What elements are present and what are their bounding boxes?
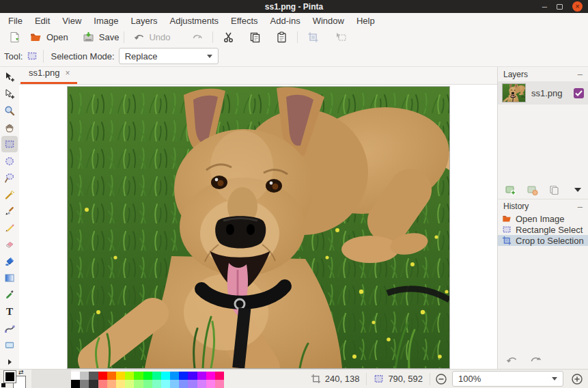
redo-button[interactable] [186,30,208,44]
swap-colors-icon[interactable]: ⇄ [18,369,24,376]
menu-add-ins[interactable]: Add-ins [264,14,307,27]
color-selector[interactable]: ⇄ [0,370,31,388]
history-item-rectangle-select[interactable]: Rectangle Select [498,224,588,235]
history-undo-icon[interactable] [506,354,518,365]
tool-lasso-select[interactable] [1,169,18,186]
palette-swatch[interactable] [71,380,80,388]
tool-pencil[interactable] [1,220,18,236]
open-button[interactable] [25,30,46,44]
close-icon[interactable]: × [572,1,583,12]
palette-swatch[interactable] [215,372,224,380]
palette-swatch[interactable] [71,372,80,380]
palette-swatch[interactable] [80,380,89,388]
history-minimize-icon[interactable]: – [578,202,583,212]
foreground-color-swatch[interactable] [3,370,16,383]
layer-visibility-checkbox[interactable] [574,88,584,98]
palette-swatch[interactable] [188,372,197,380]
layer-menu-dropdown-icon[interactable] [574,188,581,192]
tool-line-curve[interactable] [1,320,18,337]
deselect-all-button[interactable] [331,30,352,44]
open-label[interactable]: Open [46,32,68,42]
palette-swatch[interactable] [206,372,215,380]
palette-swatch[interactable] [89,380,98,388]
tab-close-icon[interactable]: × [66,68,70,78]
tool-color-picker[interactable] [1,287,18,303]
palette-swatch[interactable] [170,380,179,388]
palette-swatch[interactable] [152,372,161,380]
palette-swatch[interactable] [179,380,188,388]
palette-swatch[interactable] [143,372,152,380]
more-tools-button[interactable] [1,354,18,370]
tool-move-selection[interactable] [1,69,18,85]
menu-help[interactable]: Help [350,14,381,27]
palette-swatch[interactable] [134,372,143,380]
zoom-out-button[interactable] [434,372,448,386]
palette-swatch[interactable] [161,380,170,388]
tool-move-selected-pixels[interactable] [1,86,18,102]
layers-minimize-icon[interactable]: – [578,69,583,79]
tool-magic-wand[interactable] [1,186,18,203]
cut-button[interactable] [218,30,239,44]
palette-swatch[interactable] [179,372,188,380]
palette-swatch[interactable] [107,372,116,380]
palette-swatch[interactable] [197,380,206,388]
tool-eraser[interactable] [1,236,18,253]
palette-swatch[interactable] [89,372,98,380]
history-item-open-image[interactable]: Open Image [498,213,588,224]
zoom-in-button[interactable] [570,372,584,386]
copy-button[interactable] [244,30,266,44]
menu-view[interactable]: View [56,14,87,27]
history-item-crop-to-selection[interactable]: Crop to Selection [498,235,588,246]
menu-adjustments[interactable]: Adjustments [163,14,225,27]
crop-to-selection-button[interactable] [303,30,324,44]
palette-swatch[interactable] [98,380,107,388]
palette-swatch[interactable] [215,380,224,388]
palette-swatch[interactable] [152,380,161,388]
save-label[interactable]: Save [99,32,120,42]
palette-swatch[interactable] [116,380,125,388]
tool-paint-bucket[interactable] [1,253,18,270]
tool-paintbrush[interactable] [1,203,18,219]
tool-pan[interactable] [1,120,18,136]
palette-swatch[interactable] [134,380,143,388]
menu-image[interactable]: Image [87,14,124,27]
layer-row[interactable]: ss1.png [498,81,588,105]
palette-swatch[interactable] [125,372,134,380]
tool-text[interactable]: T [1,303,18,320]
palette-swatch[interactable] [98,372,107,380]
paste-button[interactable] [271,30,292,44]
canvas-image[interactable] [67,86,450,369]
selection-mode-dropdown[interactable]: Replace [119,48,219,64]
tool-gradient[interactable] [1,270,18,286]
tool-zoom[interactable] [1,102,18,119]
minimize-icon[interactable]: – [542,3,547,10]
tool-rectangle-select[interactable] [1,136,18,152]
menu-edit[interactable]: Edit [29,14,56,27]
palette-swatch[interactable] [107,380,116,388]
tab-ss1-png[interactable]: ss1.png × [20,66,77,84]
palette-swatch[interactable] [197,372,206,380]
tool-ellipse-select[interactable] [1,153,18,169]
palette-swatch[interactable] [161,372,170,380]
maximize-icon[interactable] [557,4,563,10]
delete-layer-icon[interactable] [527,184,538,196]
history-redo-icon[interactable] [529,354,542,365]
undo-button[interactable]: Undo [129,30,175,44]
menu-window[interactable]: Window [307,14,350,27]
menu-layers[interactable]: Layers [124,14,163,27]
tool-shapes[interactable] [1,337,18,353]
duplicate-layer-icon[interactable] [548,184,560,196]
new-image-button[interactable] [4,30,25,44]
zoom-level-combobox[interactable]: 100% [452,371,563,387]
save-button[interactable] [78,30,99,44]
palette-swatch[interactable] [170,372,179,380]
menu-effects[interactable]: Effects [225,14,264,27]
palette-swatch[interactable] [116,372,125,380]
menu-file[interactable]: File [2,14,29,27]
palette-swatch[interactable] [125,380,134,388]
palette-swatch[interactable] [80,372,89,380]
reset-colors-icon[interactable] [0,383,5,388]
palette-swatch[interactable] [143,380,152,388]
palette-swatch[interactable] [206,380,215,388]
palette-swatch[interactable] [188,380,197,388]
